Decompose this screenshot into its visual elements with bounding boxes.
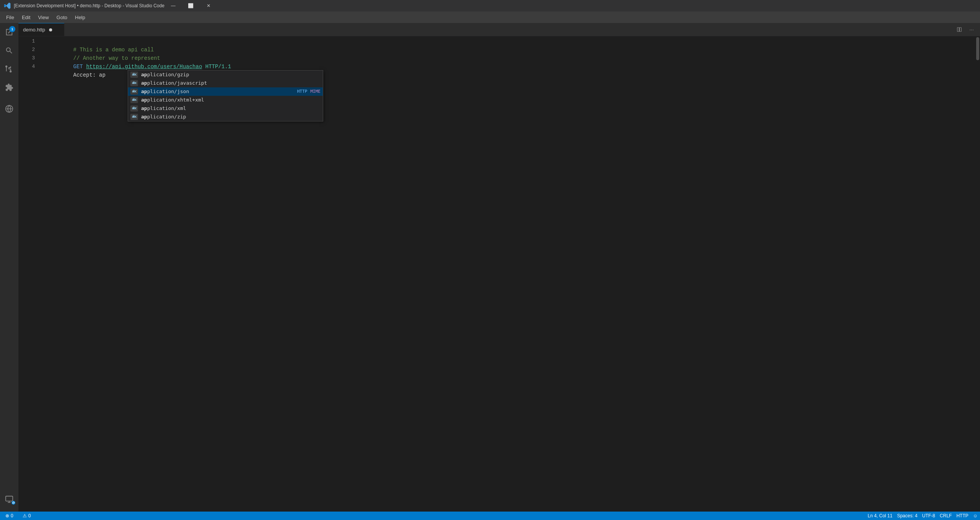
maximize-button[interactable]: ⬜	[182, 0, 200, 11]
status-eol[interactable]: CRLF	[937, 512, 954, 520]
errors-count: 0	[11, 513, 13, 518]
autocomplete-dropdown: abc application/gzip abc application/jav…	[128, 70, 323, 121]
autocomplete-text-3: application/xhtml+xml	[141, 96, 321, 104]
status-feedback[interactable]: ☺	[971, 512, 980, 520]
title-bar-text: [Extension Development Host] • demo.http…	[14, 3, 164, 8]
autocomplete-icon-3: abc	[130, 97, 138, 103]
scrollbar-thumb[interactable]	[976, 37, 979, 60]
match-4: ap	[141, 105, 147, 111]
activity-search[interactable]	[0, 41, 18, 60]
tab-label: demo.http	[23, 27, 45, 33]
status-encoding[interactable]: UTF-8	[920, 512, 937, 520]
status-right: Ln 4, Col 11 Spaces: 4 UTF-8 CRLF HTTP ☺	[865, 512, 980, 520]
activity-remote[interactable]	[0, 100, 18, 118]
status-position[interactable]: Ln 4, Col 11	[865, 512, 895, 520]
autocomplete-type-http: HTTP	[297, 87, 307, 96]
editor-scrollbar[interactable]	[975, 36, 980, 512]
svg-rect-5	[957, 28, 959, 32]
minimize-button[interactable]: —	[164, 0, 182, 11]
vscode-icon	[4, 2, 11, 9]
autocomplete-text-0: application/gzip	[141, 71, 321, 79]
tab-modified-dot	[49, 28, 52, 31]
main-layout: 1	[0, 23, 980, 512]
title-bar-controls: — ⬜ ✕	[164, 0, 217, 11]
spaces-text: Spaces: 4	[897, 513, 918, 518]
menu-edit[interactable]: Edit	[18, 11, 34, 23]
autocomplete-icon-4: abc	[130, 105, 138, 112]
svg-rect-2	[6, 496, 13, 501]
autocomplete-text-1: application/javascript	[141, 79, 321, 87]
line1-comment: # This is a demo api call	[73, 47, 154, 53]
line2-comment: // Another way to represent	[73, 55, 160, 61]
autocomplete-icon-1: abc	[130, 80, 138, 86]
warnings-icon: ⚠	[23, 513, 27, 518]
title-bar: [Extension Development Host] • demo.http…	[0, 0, 980, 11]
autocomplete-item-3[interactable]: abc application/xhtml+xml	[128, 96, 323, 104]
menu-help[interactable]: Help	[71, 11, 89, 23]
autocomplete-item-0[interactable]: abc application/gzip	[128, 71, 323, 79]
line-number-4: 4	[18, 62, 35, 71]
status-errors[interactable]: ⊗ 0	[3, 512, 16, 520]
line4-accept: Accept: ap	[73, 72, 105, 78]
activity-source-control[interactable]	[0, 60, 18, 78]
autocomplete-item-5[interactable]: abc application/zip	[128, 113, 323, 121]
autocomplete-type-mime: MIME	[311, 87, 321, 96]
errors-icon: ⊗	[5, 513, 9, 518]
activity-remote-explorer[interactable]: ⏱	[0, 490, 18, 509]
autocomplete-item-1[interactable]: abc application/javascript	[128, 79, 323, 87]
status-left: ⊗ 0 ⚠ 0	[0, 512, 33, 520]
activity-bottom: ⏱	[0, 490, 18, 512]
more-actions-button[interactable]: ···	[966, 24, 977, 35]
autocomplete-icon-5: abc	[130, 114, 138, 120]
status-warnings[interactable]: ⚠ 0	[20, 512, 33, 520]
status-spaces[interactable]: Spaces: 4	[895, 512, 920, 520]
menu-bar: File Edit View Goto Help	[0, 11, 980, 23]
split-editor-button[interactable]	[954, 24, 965, 35]
warnings-count: 0	[28, 513, 31, 518]
code-line-3: GET https://api.github.com/users/Huachao…	[39, 54, 975, 62]
autocomplete-item-2[interactable]: abc application/json HTTP MIME	[128, 87, 323, 96]
autocomplete-icon-0: abc	[130, 72, 138, 78]
tab-actions: ···	[954, 23, 980, 36]
close-button[interactable]: ✕	[200, 0, 217, 11]
editor-area: demo.http ··· 1 2 3 4	[18, 23, 980, 512]
explorer-badge: 1	[9, 26, 15, 32]
menu-goto[interactable]: Goto	[53, 11, 71, 23]
status-bar: ⊗ 0 ⚠ 0 Ln 4, Col 11 Spaces: 4 UTF-8 CRL…	[0, 512, 980, 520]
encoding-text: UTF-8	[922, 513, 935, 518]
position-text: Ln 4, Col 11	[868, 513, 893, 518]
activity-bar: 1	[0, 23, 18, 512]
autocomplete-text-5: application/zip	[141, 113, 321, 121]
line-numbers: 1 2 3 4	[18, 36, 39, 512]
code-editor[interactable]: 1 2 3 4 # This is a demo api call // Ano…	[18, 36, 980, 512]
match-3: ap	[141, 97, 147, 103]
line-number-3: 3	[18, 54, 35, 62]
match-2: ap	[141, 89, 147, 94]
code-line-2: // Another way to represent	[39, 46, 975, 54]
tab-demo-http[interactable]: demo.http	[18, 23, 64, 36]
line3-version: HTTP/1.1	[202, 64, 231, 70]
activity-extensions[interactable]	[0, 78, 18, 97]
feedback-icon: ☺	[973, 513, 978, 518]
svg-rect-6	[960, 28, 962, 32]
match-5: ap	[141, 114, 147, 120]
language-text: HTTP	[956, 513, 968, 518]
match-1: ap	[141, 80, 147, 86]
line-number-2: 2	[18, 46, 35, 54]
code-content[interactable]: # This is a demo api call // Another way…	[39, 36, 975, 512]
status-language[interactable]: HTTP	[954, 512, 970, 520]
menu-view[interactable]: View	[34, 11, 53, 23]
autocomplete-text-4: application/xml	[141, 104, 321, 113]
menu-file[interactable]: File	[2, 11, 18, 23]
line3-method: GET	[73, 64, 86, 70]
line3-url: https://api.github.com/users/Huachao	[86, 64, 202, 70]
activity-explorer[interactable]: 1	[0, 23, 18, 41]
line-number-1: 1	[18, 37, 35, 46]
tab-bar: demo.http ···	[18, 23, 980, 36]
autocomplete-text-2: application/json	[141, 87, 294, 96]
autocomplete-item-4[interactable]: abc application/xml	[128, 104, 323, 113]
autocomplete-icon-2: abc	[130, 89, 138, 95]
code-line-1: # This is a demo api call	[39, 37, 975, 46]
eol-text: CRLF	[940, 513, 952, 518]
match-0: ap	[141, 72, 147, 77]
